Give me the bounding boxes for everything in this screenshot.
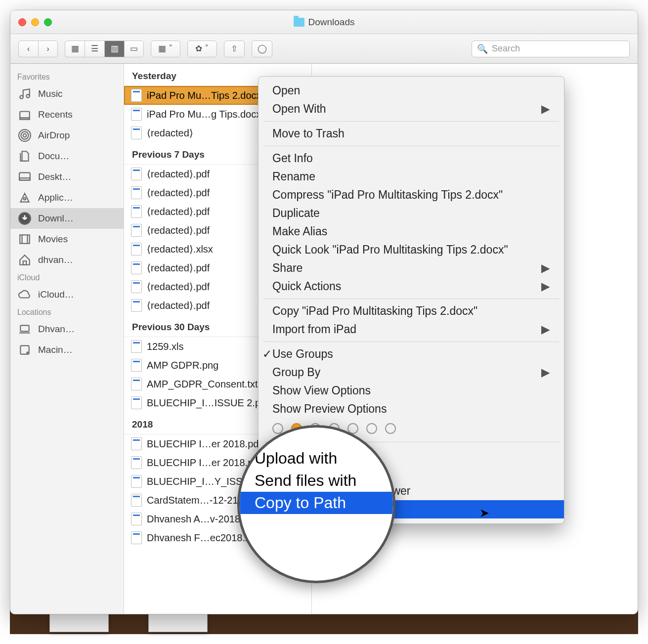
file-name: ⟨redacted⟩.pdf	[147, 168, 210, 180]
menu-item[interactable]: Move to Trash	[259, 125, 564, 143]
file-icon	[131, 108, 142, 121]
file-icon	[131, 127, 142, 139]
file-name: AMP GDPR.png	[147, 360, 218, 371]
file-icon	[131, 456, 142, 469]
airdrop-icon	[17, 129, 32, 142]
menu-item-label: Move to Trash	[272, 127, 345, 140]
menu-item[interactable]: ✓Use Groups	[259, 345, 564, 363]
file-name: ⟨redacted⟩.pdf	[147, 224, 210, 236]
window-title: Downloads	[294, 17, 355, 28]
tag-circle[interactable]	[385, 423, 396, 434]
sidebar-item-laptop[interactable]: Dhvan…	[10, 319, 124, 340]
sidebar-item-label: Applic…	[38, 192, 73, 203]
tag-circle[interactable]	[366, 423, 377, 434]
file-icon	[131, 186, 142, 199]
file-icon	[131, 299, 142, 312]
file-icon	[131, 475, 142, 488]
close-button[interactable]	[18, 18, 26, 26]
disk-icon	[17, 343, 32, 356]
sidebar-section-label: iCloud	[10, 270, 124, 284]
sidebar-item-recents[interactable]: Recents	[10, 104, 124, 125]
menu-item[interactable]: Import from iPad▶	[259, 320, 564, 339]
file-name: ⟨redacted⟩.xlsx	[147, 243, 213, 255]
menu-item[interactable]: Open	[259, 82, 564, 100]
music-icon	[17, 87, 32, 100]
mouse-cursor-icon: ➤	[479, 506, 489, 520]
menu-item[interactable]: Open With▶	[259, 100, 564, 118]
back-button[interactable]: ‹	[18, 41, 38, 57]
tag-circle[interactable]	[272, 423, 283, 434]
desktop-icon	[17, 171, 32, 183]
menu-item[interactable]: Get Info	[259, 149, 564, 168]
menu-separator	[263, 121, 559, 122]
menu-item[interactable]: Copy "iPad Pro Multitasking Tips 2.docx"	[259, 302, 564, 320]
menu-item[interactable]: Group By▶	[259, 363, 564, 382]
check-icon: ✓	[262, 347, 272, 361]
search-icon: 🔍	[477, 43, 488, 54]
menu-item[interactable]: Rename	[259, 168, 564, 186]
sidebar-item-applications[interactable]: Applic…	[10, 187, 124, 208]
list-view-button[interactable]: ☰	[85, 41, 104, 57]
sidebar-item-label: Dhvan…	[38, 324, 75, 335]
menu-item-label: Show Preview Options	[272, 402, 387, 416]
sidebar-item-label: Macin…	[38, 344, 73, 355]
file-name: ⟨redacted⟩.pdf	[147, 206, 210, 217]
folder-icon	[294, 18, 304, 27]
toolbar: ‹ › ▦ ☰ ▥ ▭ ▦ ˅ ✿ ˅ ⇧ ◯ 🔍 Search	[10, 34, 638, 64]
action-button[interactable]: ✿ ˅	[187, 41, 217, 57]
sidebar-item-disk[interactable]: Macin…	[10, 340, 124, 360]
menu-separator	[263, 146, 559, 146]
icon-view-button[interactable]: ▦	[65, 41, 85, 57]
sidebar-item-home[interactable]: dhvan…	[10, 250, 124, 270]
file-icon	[131, 89, 142, 102]
menu-item-label: Open With	[272, 102, 326, 116]
menu-item[interactable]: Make Alias	[259, 222, 564, 241]
share-button[interactable]: ⇧	[224, 41, 245, 57]
column-view-button[interactable]: ▥	[104, 41, 124, 57]
arrange-button[interactable]: ▦ ˅	[151, 41, 180, 57]
sidebar-item-music[interactable]: Music	[10, 84, 124, 104]
forward-button[interactable]: ›	[38, 41, 58, 57]
search-field[interactable]: 🔍 Search	[472, 41, 630, 57]
sidebar-item-documents[interactable]: Docu…	[10, 146, 124, 167]
svg-rect-15	[20, 325, 29, 331]
traffic-lights	[18, 18, 52, 26]
gallery-view-button[interactable]: ▭	[124, 41, 144, 57]
svg-rect-14	[23, 261, 27, 265]
svg-rect-3	[20, 118, 30, 120]
sidebar-item-movies[interactable]: Movies	[10, 229, 124, 250]
title-text: Downloads	[308, 17, 355, 28]
submenu-arrow-icon: ▶	[541, 323, 550, 336]
file-icon	[131, 243, 142, 256]
file-icon	[131, 437, 142, 450]
sidebar-section-label: Locations	[10, 305, 124, 319]
submenu-arrow-icon: ▶	[541, 366, 550, 379]
menu-item[interactable]: Compress "iPad Pro Multitasking Tips 2.d…	[259, 186, 564, 204]
menu-item[interactable]: Quick Look "iPad Pro Multitasking Tips 2…	[259, 241, 564, 259]
menu-item[interactable]: Duplicate	[259, 204, 564, 222]
file-name: ⟨redacted⟩.pdf	[147, 300, 210, 311]
menu-item-label: Compress "iPad Pro Multitasking Tips 2.d…	[272, 188, 503, 202]
svg-rect-2	[20, 112, 30, 118]
menu-item[interactable]: Quick Actions▶	[259, 277, 564, 296]
menu-item[interactable]: Show View Options	[259, 382, 564, 400]
sidebar-item-airdrop[interactable]: AirDrop	[10, 125, 124, 146]
sidebar-item-label: Deskt…	[38, 172, 72, 182]
menu-item[interactable]: Share▶	[259, 259, 564, 277]
tags-button[interactable]: ◯	[252, 41, 272, 57]
sidebar-item-desktop[interactable]: Deskt…	[10, 167, 124, 187]
search-placeholder: Search	[492, 43, 520, 54]
sidebar-item-icloud[interactable]: iCloud…	[10, 284, 124, 305]
minimize-button[interactable]	[31, 18, 39, 26]
menu-item-label: Quick Look "iPad Pro Multitasking Tips 2…	[272, 243, 508, 257]
maximize-button[interactable]	[44, 18, 52, 26]
sidebar-item-label: Recents	[38, 109, 73, 120]
file-name: BLUECHIP_I…ISSUE 2.pdf	[147, 397, 269, 409]
menu-item[interactable]: Show Preview Options	[259, 400, 564, 418]
menu-item-label: Group By	[272, 366, 320, 379]
applications-icon	[17, 191, 32, 204]
file-icon	[131, 494, 142, 507]
menu-item-label: Show View Options	[272, 384, 371, 397]
sidebar-item-downloads[interactable]: Downl…	[10, 208, 124, 229]
svg-point-17	[27, 352, 28, 353]
